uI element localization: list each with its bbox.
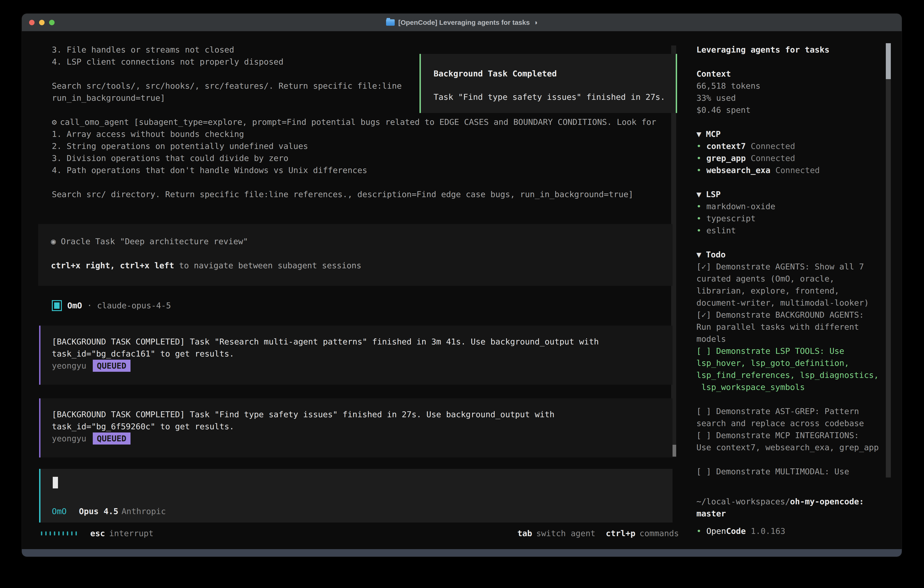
todo-item-line: document-writer, multimodal-looker) [696, 297, 885, 309]
input-model-label: Opus 4.5 [79, 505, 118, 517]
mcp-item-status: Connected [751, 141, 795, 151]
oracle-hint-rest: to navigate between subagent sessions [174, 261, 361, 270]
prompt-input[interactable]: OmO Opus 4.5 Anthropic [39, 469, 673, 522]
bullet-icon: • [696, 214, 701, 223]
chevron-down-icon: ▼ [696, 129, 701, 139]
record-icon: ◉ [51, 237, 56, 246]
mcp-item: •context7Connected [696, 140, 885, 152]
status-bar-right: tab switch agent ctrl+p commands [517, 527, 679, 539]
ctrlp-key-hint: ctrl+p [606, 527, 635, 539]
gear-icon: ⚙ [52, 117, 57, 127]
background-task-toast: Background Task Completed Task "Find typ… [419, 54, 677, 113]
mcp-item-name: websearch_exa [706, 165, 771, 175]
todo-item-line [696, 453, 885, 466]
bullet-icon: • [696, 202, 701, 211]
oracle-task-title: Oracle Task "Deep architecture review" [61, 237, 248, 246]
todo-item-line: lsp_find_references, lsp_diagnostics, [696, 369, 885, 381]
text-cursor [53, 477, 58, 489]
sidebar-scrollbar-track[interactable] [886, 43, 891, 477]
workspace-prefix: ~/local-workspaces/ [696, 497, 790, 506]
bullet-icon: • [696, 165, 701, 175]
bullet-icon: • [696, 141, 701, 151]
workspace-branch: master [696, 507, 864, 520]
ctrlp-key-label: commands [640, 527, 679, 539]
todo-item-line: [ ] Demonstrate MULTIMODAL: Use [696, 466, 885, 477]
mcp-item: •websearch_exaConnected [696, 164, 885, 176]
mcp-item-status: Connected [751, 154, 795, 163]
context-used: 33% used [696, 92, 885, 104]
oracle-hint: ctrl+x right, ctrl+x left to navigate be… [51, 259, 673, 271]
terminal-window: [OpenCode] Leveraging agents for tasks ◑… [22, 14, 902, 557]
window-title-text: [OpenCode] Leveraging agents for tasks [398, 17, 530, 28]
todo-section-header[interactable]: ▼Todo [696, 249, 885, 261]
oracle-task-box: ◉ Oracle Task "Deep architecture review"… [38, 224, 673, 286]
task-message-line: [BACKGROUND TASK COMPLETED] Task "Find t… [52, 408, 673, 420]
tool-call-header: call_omo_agent [subagent_type=explore, p… [60, 117, 657, 127]
task-meta-row: yeongyuQUEUED [52, 433, 673, 444]
todo-heading: Todo [706, 250, 726, 259]
background-task-message: [BACKGROUND TASK COMPLETED] Task "Resear… [39, 325, 673, 385]
status-badge: QUEUED [93, 433, 130, 444]
mcp-section-header[interactable]: ▼MCP [696, 128, 885, 140]
status-bar: esc interrupt tab switch agent ctrl+p co… [41, 527, 679, 539]
toast-title: Background Task Completed [434, 68, 668, 79]
app-version-number: 1.0.163 [751, 525, 785, 537]
app-name-code: Code [726, 525, 746, 537]
task-meta-row: yeongyuQUEUED [52, 360, 673, 372]
input-footer: OmO Opus 4.5 Anthropic [52, 505, 166, 517]
lsp-item: •markdown-oxide [696, 200, 885, 212]
todo-item-line: Run parallel tasks with different [696, 321, 885, 333]
tool-call-line: ⚙call_omo_agent [subagent_type=explore, … [52, 116, 675, 128]
workspace-path-line: ~/local-workspaces/oh-my-opencode: [696, 496, 864, 507]
mcp-heading: MCP [706, 129, 721, 139]
task-message-line: task_id="bg_dcfac161" to get results. [52, 348, 673, 360]
status-bar-left: esc interrupt [41, 527, 153, 539]
agent-icon [52, 300, 62, 311]
workspace-repo: oh-my-opencode: [790, 497, 864, 506]
maximize-button[interactable] [49, 20, 54, 25]
lsp-item-name: markdown-oxide [706, 202, 775, 211]
sidebar-scrollbar-thumb[interactable] [886, 43, 891, 79]
background-task-message: [BACKGROUND TASK COMPLETED] Task "Find t… [39, 398, 673, 458]
input-provider-label: Anthropic [121, 505, 166, 517]
todo-item-line: [✓] Demonstrate BACKGROUND AGENTS: [696, 309, 885, 321]
lsp-item: •typescript [696, 212, 885, 225]
task-message-line: task_id="bg_6f59260c" to get results. [52, 420, 673, 433]
todo-item-line: [✓] Demonstrate AGENTS: Show all 7 [696, 261, 885, 273]
todo-item-line: lsp_hover, lsp_goto_definition, [696, 357, 885, 369]
todo-item-line: search and replace across codebase [696, 417, 885, 429]
window-title: [OpenCode] Leveraging agents for tasks ◑ [386, 17, 538, 28]
task-message-line: [BACKGROUND TASK COMPLETED] Task "Resear… [52, 335, 673, 348]
agent-name: OmO [67, 299, 82, 312]
lsp-section-header[interactable]: ▼LSP [696, 188, 885, 200]
tool-call-tail: Search src/ directory. Return specific f… [52, 188, 675, 200]
spacer [696, 176, 885, 188]
tool-call-item: 4. Path operations that don't handle Win… [52, 164, 675, 176]
todo-item-line: models [696, 333, 885, 345]
task-user: yeongyu [52, 434, 86, 443]
spacer [696, 116, 885, 128]
lsp-heading: LSP [706, 190, 721, 199]
esc-key-hint: esc [90, 527, 105, 539]
agent-model: claude-opus-4-5 [97, 299, 171, 312]
spinner-dots-icon [41, 531, 80, 535]
lsp-item: •eslint [696, 225, 885, 236]
tool-call-item: 2. String operations on potentially unde… [52, 140, 675, 152]
bullet-icon: • [696, 226, 701, 235]
esc-key-label: interrupt [109, 527, 153, 539]
app-name-open: Open [706, 525, 726, 537]
tab-key-label: switch agent [536, 527, 595, 539]
sidebar: Leveraging agents for tasks Context 66,5… [696, 44, 885, 477]
context-tokens: 66,518 tokens [696, 80, 885, 92]
agent-separator: · [87, 299, 92, 312]
traffic-lights [29, 20, 54, 25]
oracle-hint-keys: ctrl+x right, ctrl+x left [51, 261, 174, 270]
todo-item-line: lsp_workspace_symbols [696, 381, 885, 393]
context-spent: $0.46 spent [696, 104, 885, 116]
titlebar: [OpenCode] Leveraging agents for tasks ◑ [22, 14, 902, 31]
tool-call-item: 3. Division operations that could divide… [52, 152, 675, 164]
close-button[interactable] [29, 20, 35, 25]
minimize-button[interactable] [39, 20, 45, 25]
toast-body: Task "Find type safety issues" finished … [434, 91, 668, 103]
mcp-item-status: Connected [775, 165, 820, 175]
